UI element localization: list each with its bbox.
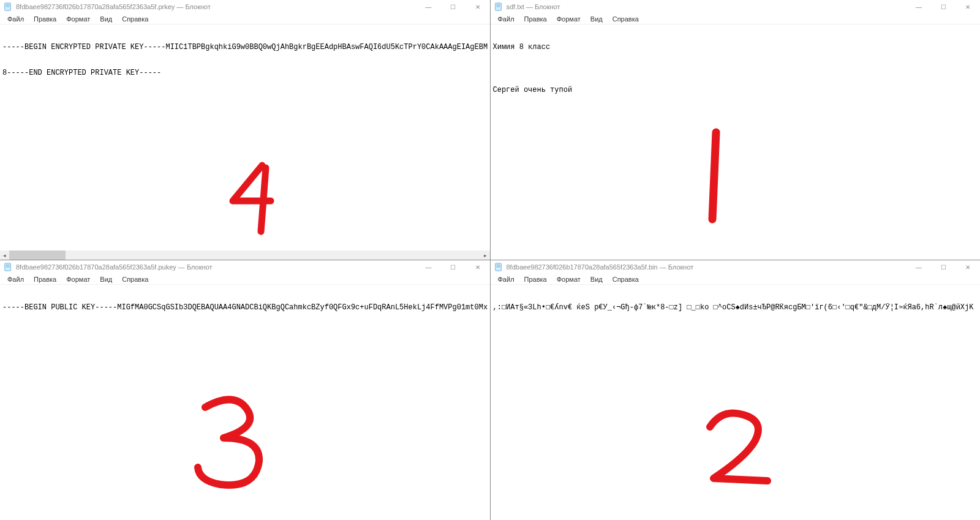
window-title: 8fdbaee982736f026b17870a28afa565f2363a5f… <box>16 263 212 271</box>
menu-file[interactable]: Файл <box>493 275 519 284</box>
titlebar[interactable]: 8fdbaee982736f026b17870a28afa565f2363a5f… <box>0 260 490 274</box>
notepad-window-bottom-left: 8fdbaee982736f026b17870a28afa565f2363a5f… <box>0 260 490 520</box>
text-area[interactable]: ,:□ИАт§«3Lh•□€ʎnv€ ќеS p€У_‹¬Gђ-ф7`№к*8-… <box>491 285 981 520</box>
scroll-thumb[interactable] <box>9 251 66 260</box>
menu-help[interactable]: Справка <box>117 15 153 23</box>
menubar: Файл Правка Формат Вид Справка <box>491 274 981 285</box>
menu-file[interactable]: Файл <box>2 275 29 284</box>
notepad-window-bottom-right: 8fdbaee982736f026b17870a28afa565f2363a5f… <box>491 260 981 520</box>
window-controls: — ☐ ✕ <box>907 260 980 274</box>
menu-view[interactable]: Вид <box>586 15 608 23</box>
maximize-button[interactable]: ☐ <box>931 0 956 13</box>
close-button[interactable]: ✕ <box>956 260 980 274</box>
text-line: Сергей очень тупой <box>493 86 978 94</box>
menubar: Файл Правка Формат Вид Справка <box>0 274 490 285</box>
titlebar[interactable]: sdf.txt — Блокнот — ☐ ✕ <box>491 0 981 13</box>
titlebar[interactable]: 8fdbaee982736f026b17870a28afa565f2363a5f… <box>491 260 981 274</box>
window-controls: — ☐ ✕ <box>417 0 490 13</box>
text-line: 8-----END ENCRYPTED PRIVATE KEY----- <box>2 69 488 77</box>
notepad-app-icon <box>4 263 12 271</box>
menu-edit[interactable]: Правка <box>519 15 552 23</box>
menubar: Файл Правка Формат Вид Справка <box>491 13 981 24</box>
notepad-window-top-left: 8fdbaee982736f026b17870a28afa565f2363a5f… <box>0 0 490 260</box>
scroll-track[interactable] <box>9 251 481 260</box>
text-line: ,:□ИАт§«3Lh•□€ʎnv€ ќеS p€У_‹¬Gђ-ф7`№к*8-… <box>493 303 978 312</box>
minimize-button[interactable]: — <box>417 0 441 13</box>
text-area[interactable]: Химия 8 класс Сергей очень тупой <box>491 24 981 260</box>
window-title: sdf.txt — Блокнот <box>507 3 560 10</box>
notepad-app-icon <box>494 263 503 271</box>
notepad-window-top-right: sdf.txt — Блокнот — ☐ ✕ Файл Правка Форм… <box>491 0 981 260</box>
handwritten-annotation-3 <box>187 377 273 475</box>
titlebar[interactable]: 8fdbaee982736f026b17870a28afa565f2363a5f… <box>0 0 490 13</box>
text-line: -----BEGIN ENCRYPTED PRIVATE KEY-----MII… <box>2 43 488 51</box>
menu-view[interactable]: Вид <box>95 275 117 284</box>
horizontal-scrollbar[interactable]: ◂ ▸ <box>0 251 490 260</box>
maximize-button[interactable]: ☐ <box>931 260 956 274</box>
window-title: 8fdbaee982736f026b17870a28afa565f2363a5f… <box>507 263 694 271</box>
menu-format[interactable]: Формат <box>552 15 586 23</box>
minimize-button[interactable]: — <box>417 260 441 274</box>
close-button[interactable]: ✕ <box>466 260 490 274</box>
menu-format[interactable]: Формат <box>552 275 586 284</box>
maximize-button[interactable]: ☐ <box>441 260 466 274</box>
minimize-button[interactable]: — <box>907 0 931 13</box>
menu-format[interactable]: Формат <box>61 275 95 284</box>
notepad-app-icon <box>494 2 503 11</box>
text-area[interactable]: -----BEGIN PUBLIC KEY-----MIGfMA0GCSqGSI… <box>0 285 490 520</box>
text-line: Химия 8 класс <box>493 43 978 51</box>
menu-view[interactable]: Вид <box>95 15 117 23</box>
handwritten-annotation-1 <box>699 110 736 208</box>
window-controls: — ☐ ✕ <box>907 0 980 13</box>
menu-view[interactable]: Вид <box>586 275 608 284</box>
menu-help[interactable]: Справка <box>117 275 153 284</box>
handwritten-annotation-2 <box>693 389 778 481</box>
maximize-button[interactable]: ☐ <box>441 0 466 13</box>
minimize-button[interactable]: — <box>907 260 931 274</box>
menu-help[interactable]: Справка <box>608 275 644 284</box>
window-title: 8fdbaee982736f026b17870a28afa565f2363a5f… <box>16 3 211 10</box>
menu-edit[interactable]: Правка <box>29 15 61 23</box>
scroll-right-button[interactable]: ▸ <box>481 251 490 260</box>
menubar: Файл Правка Формат Вид Справка <box>0 13 490 24</box>
menu-edit[interactable]: Правка <box>519 275 552 284</box>
menu-file[interactable]: Файл <box>493 15 519 23</box>
window-controls: — ☐ ✕ <box>417 260 490 274</box>
scroll-left-button[interactable]: ◂ <box>0 251 9 260</box>
menu-edit[interactable]: Правка <box>29 275 61 284</box>
handwritten-annotation-4 <box>214 141 288 220</box>
text-line: -----BEGIN PUBLIC KEY-----MIGfMA0GCSqGSI… <box>2 303 488 312</box>
text-area[interactable]: -----BEGIN ENCRYPTED PRIVATE KEY-----MII… <box>0 24 490 251</box>
menu-file[interactable]: Файл <box>2 15 29 23</box>
close-button[interactable]: ✕ <box>466 0 490 13</box>
menu-help[interactable]: Справка <box>608 15 644 23</box>
menu-format[interactable]: Формат <box>61 15 95 23</box>
close-button[interactable]: ✕ <box>956 0 980 13</box>
notepad-app-icon <box>4 2 12 11</box>
